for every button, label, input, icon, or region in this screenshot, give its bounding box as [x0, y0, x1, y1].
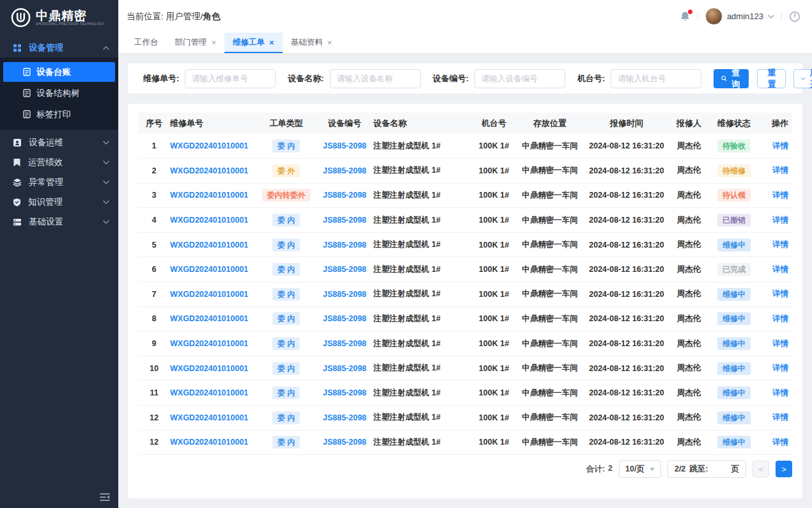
column-header-维修单号: 维修单号	[170, 113, 256, 134]
repair-status-badge-cell: 维修中	[707, 306, 761, 331]
work-order-link[interactable]: WXGD202401010001	[170, 265, 248, 274]
order-type-badge-cell: 委 内	[256, 381, 316, 406]
chevron-down-icon	[103, 220, 109, 224]
report-time-cell-cell: 2024-08-12 16:31:20	[582, 430, 671, 455]
table-row: 7WXGD202401010001委 内JS885-2098注塑注射成型机 1#…	[138, 282, 792, 307]
device-no-link[interactable]: JS885-2098	[323, 141, 366, 150]
sidebar-section-3[interactable]: 异常管理	[0, 172, 118, 192]
device-no-link[interactable]: JS885-2098	[323, 314, 366, 323]
work-order-link[interactable]: WXGD202401010001	[170, 191, 248, 200]
sidebar-section-0[interactable]: 设备管理	[0, 38, 118, 58]
device-no-link[interactable]: JS885-2098	[323, 290, 366, 299]
sidebar-menu: 设备管理设备台账设备结构树标签打印设备运维运营绩效异常管理知识管理基础设置	[0, 35, 118, 508]
detail-link[interactable]: 详情	[772, 240, 788, 249]
search-input-1[interactable]	[330, 69, 421, 88]
device-no-link[interactable]: JS885-2098	[323, 413, 366, 422]
detail-link[interactable]: 详情	[772, 166, 788, 175]
work-order-link-cell: WXGD202401010001	[170, 306, 256, 331]
work-order-link[interactable]: WXGD202401010001	[170, 216, 248, 225]
work-order-link[interactable]: WXGD202401010001	[170, 290, 248, 299]
table-row: 8WXGD202401010001委 内JS885-2098注塑注射成型机 1#…	[138, 306, 792, 331]
user-menu[interactable]: admin123	[705, 8, 774, 25]
repair-status-badge: 待维修	[717, 164, 751, 177]
work-order-link[interactable]: WXGD202401010001	[170, 413, 248, 422]
work-order-link[interactable]: WXGD202401010001	[170, 314, 248, 323]
logout-power-icon[interactable]	[789, 11, 800, 22]
sidebar-section-1[interactable]: 设备运维	[0, 132, 118, 152]
table-row: 4WXGD202401010001委 内JS885-2098注塑注射成型机 1#…	[138, 208, 792, 233]
serial-cell-cell: 5	[138, 232, 170, 257]
search-input-3[interactable]	[611, 69, 701, 88]
close-icon[interactable]: ×	[269, 38, 274, 47]
close-icon[interactable]: ×	[327, 38, 332, 47]
work-order-link[interactable]: WXGD202401010001	[170, 241, 248, 250]
device-no-link[interactable]: JS885-2098	[323, 216, 366, 225]
device-name-cell-cell: 注塑注射成型机 1#	[373, 406, 471, 431]
device-no-link[interactable]: JS885-2098	[323, 241, 366, 250]
expand-button[interactable]: 展开	[793, 69, 812, 88]
page-size-select[interactable]: 10/页	[619, 460, 661, 478]
work-order-link[interactable]: WXGD202401010001	[170, 141, 248, 150]
device-no-link[interactable]: JS885-2098	[323, 265, 366, 274]
work-order-table-panel: 序号维修单号工单类型设备编号设备名称机台号存放位置报修时间报修人维修状态操作 1…	[128, 104, 802, 498]
device-no-link[interactable]: JS885-2098	[323, 388, 366, 397]
sidebar-collapse-icon[interactable]	[100, 493, 110, 502]
layers-icon	[13, 178, 22, 187]
device-no-link-cell: JS885-2098	[316, 134, 373, 159]
work-order-link[interactable]: WXGD202401010001	[170, 388, 248, 397]
sidebar-item-设备台账[interactable]: 设备台账	[3, 62, 115, 82]
close-icon[interactable]: ×	[212, 38, 217, 47]
sidebar-section-5[interactable]: 基础设置	[0, 212, 118, 232]
sidebar-item-标签打印[interactable]: 标签打印	[3, 104, 115, 124]
repair-status-badge-cell: 待认领	[707, 183, 761, 208]
search-input-2[interactable]	[474, 69, 565, 88]
tab-基础资料[interactable]: 基础资料×	[283, 33, 341, 53]
report-time-cell-cell: 2024-08-12 16:31:20	[582, 282, 671, 307]
chevron-down-icon	[801, 77, 805, 81]
detail-link-cell: 详情	[761, 430, 792, 455]
search-field-0: 维修单号:	[143, 69, 276, 88]
detail-link[interactable]: 详情	[772, 216, 788, 225]
column-header-工单类型: 工单类型	[256, 113, 316, 134]
next-page-button[interactable]: >	[776, 461, 792, 477]
tab-部门管理[interactable]: 部门管理×	[167, 33, 225, 53]
notification-bell-icon[interactable]	[680, 11, 691, 22]
sidebar-item-设备结构树[interactable]: 设备结构树	[3, 83, 115, 103]
detail-link[interactable]: 详情	[772, 339, 788, 348]
query-button[interactable]: 查询	[714, 69, 749, 88]
work-order-link[interactable]: WXGD202401010001	[170, 438, 248, 447]
work-order-link[interactable]: WXGD202401010001	[170, 166, 248, 175]
sidebar-section-4[interactable]: 知识管理	[0, 192, 118, 212]
report-time-cell-cell: 2024-08-12 16:31:20	[582, 183, 671, 208]
work-order-link[interactable]: WXGD202401010001	[170, 339, 248, 348]
tab-工作台[interactable]: 工作台	[126, 33, 167, 53]
detail-link[interactable]: 详情	[772, 438, 788, 447]
jump-page-input[interactable]	[712, 464, 728, 473]
detail-link[interactable]: 详情	[772, 363, 788, 372]
work-order-link-cell: WXGD202401010001	[170, 356, 256, 381]
detail-link[interactable]: 详情	[772, 191, 788, 200]
prev-page-button[interactable]: <	[753, 461, 769, 477]
detail-link[interactable]: 详情	[772, 141, 788, 150]
reset-button[interactable]: 重置	[757, 69, 786, 88]
tab-label: 部门管理	[175, 37, 207, 48]
detail-link[interactable]: 详情	[772, 314, 788, 323]
sidebar-section-2[interactable]: 运营绩效	[0, 152, 118, 172]
work-order-link[interactable]: WXGD202401010001	[170, 364, 248, 373]
detail-link[interactable]: 详情	[772, 265, 788, 274]
order-type-badge-cell: 委 内	[256, 356, 316, 381]
detail-link[interactable]: 详情	[772, 388, 788, 397]
table-row: 12WXGD202401010001委 内JS885-2098注塑注射成型机 1…	[138, 406, 792, 431]
device-no-link[interactable]: JS885-2098	[323, 191, 366, 200]
machine-cell-cell: 100K 1#	[471, 331, 517, 356]
tab-bar: 工作台部门管理×维修工单×基础资料×	[118, 33, 812, 54]
detail-link[interactable]: 详情	[772, 289, 788, 298]
order-type-badge: 委 内	[272, 214, 300, 226]
tab-维修工单[interactable]: 维修工单×	[224, 33, 283, 53]
device-no-link[interactable]: JS885-2098	[323, 166, 366, 175]
device-no-link[interactable]: JS885-2098	[323, 364, 366, 373]
search-input-0[interactable]	[185, 69, 276, 88]
device-no-link[interactable]: JS885-2098	[323, 438, 366, 447]
detail-link[interactable]: 详情	[772, 413, 788, 422]
device-no-link[interactable]: JS885-2098	[323, 339, 366, 348]
